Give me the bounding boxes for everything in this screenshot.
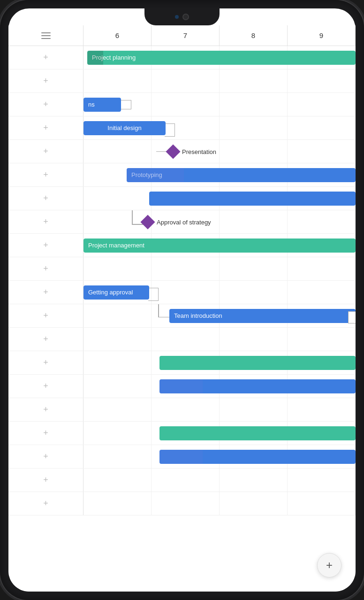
row-action[interactable]: + bbox=[8, 140, 83, 163]
add-task-button[interactable]: + bbox=[43, 76, 48, 86]
add-task-button[interactable]: + bbox=[43, 193, 48, 203]
add-task-button[interactable]: + bbox=[43, 334, 48, 344]
add-task-button[interactable]: + bbox=[43, 311, 48, 321]
add-task-button[interactable]: + bbox=[43, 264, 48, 274]
add-task-button[interactable]: + bbox=[43, 475, 48, 485]
cell bbox=[83, 445, 152, 468]
row-cells: Getting approval bbox=[83, 281, 356, 304]
gantt-bar-ns[interactable]: ns bbox=[83, 98, 121, 112]
cell bbox=[288, 257, 356, 280]
table-row: + bbox=[8, 398, 356, 422]
cell bbox=[152, 469, 220, 492]
add-task-button[interactable]: + bbox=[43, 100, 48, 109]
row-cells: Approval of strategy bbox=[83, 210, 356, 233]
gantt-bar-teal2[interactable] bbox=[159, 426, 356, 440]
table-row: + Project management bbox=[8, 234, 356, 257]
notch bbox=[144, 8, 220, 25]
gantt-bar-blue2[interactable] bbox=[159, 450, 356, 464]
add-task-button[interactable]: + bbox=[43, 287, 48, 297]
header-left bbox=[8, 25, 83, 46]
cell bbox=[83, 140, 152, 163]
row-cells bbox=[83, 375, 356, 398]
add-task-button[interactable]: + bbox=[43, 217, 48, 227]
add-task-button[interactable]: + bbox=[43, 146, 48, 156]
cell bbox=[83, 304, 152, 327]
add-task-button[interactable]: + bbox=[43, 381, 48, 391]
row-cells bbox=[83, 187, 356, 210]
cell bbox=[288, 93, 356, 116]
table-row: + bbox=[8, 492, 356, 515]
cell bbox=[152, 257, 220, 280]
row-cells: Presentation bbox=[83, 140, 356, 163]
row-action[interactable]: + bbox=[8, 398, 83, 421]
cell bbox=[152, 93, 220, 116]
gantt-bar-project-management[interactable]: Project management bbox=[83, 238, 356, 253]
row-action[interactable]: + bbox=[8, 422, 83, 445]
row-action[interactable]: + bbox=[8, 328, 83, 351]
row-action[interactable]: + bbox=[8, 281, 83, 304]
notch-sensor bbox=[175, 15, 179, 19]
gantt-bar-unnamed1[interactable] bbox=[149, 192, 356, 206]
add-task-button[interactable]: + bbox=[43, 452, 48, 462]
table-row: + bbox=[8, 69, 356, 93]
gantt-body: + Project planning bbox=[8, 46, 356, 592]
row-action[interactable]: + bbox=[8, 445, 83, 468]
row-action[interactable]: + bbox=[8, 234, 83, 257]
row-action[interactable]: + bbox=[8, 187, 83, 210]
gantt-bar-blue1[interactable] bbox=[159, 379, 356, 393]
row-cells: Project management bbox=[83, 234, 356, 257]
table-row: + Presentation bbox=[8, 140, 356, 163]
gantt-bar-prototyping[interactable]: Prototyping bbox=[127, 168, 356, 182]
cell bbox=[288, 328, 356, 351]
gantt-bar-project-planning[interactable]: Project planning bbox=[87, 51, 356, 65]
row-action[interactable]: + bbox=[8, 351, 83, 374]
row-cells bbox=[83, 422, 356, 445]
row-action[interactable]: + bbox=[8, 163, 83, 186]
gantt-bar-getting-approval[interactable]: Getting approval bbox=[83, 285, 149, 300]
add-task-button[interactable]: + bbox=[43, 53, 48, 62]
row-action[interactable]: + bbox=[8, 46, 83, 69]
cell bbox=[288, 281, 356, 304]
row-action[interactable]: + bbox=[8, 257, 83, 280]
add-task-button[interactable]: + bbox=[43, 405, 48, 415]
cell bbox=[220, 398, 288, 421]
header-col-9: 9 bbox=[288, 25, 356, 46]
fab-add-button[interactable]: + bbox=[317, 553, 341, 577]
table-row: + Approval of strategy bbox=[8, 210, 356, 234]
row-action[interactable]: + bbox=[8, 69, 83, 92]
table-row: + bbox=[8, 351, 356, 375]
row-action[interactable]: + bbox=[8, 492, 83, 515]
row-cells bbox=[83, 445, 356, 468]
cell bbox=[288, 116, 356, 139]
row-action[interactable]: + bbox=[8, 116, 83, 139]
row-cells bbox=[83, 69, 356, 92]
row-action[interactable]: + bbox=[8, 469, 83, 492]
phone-frame: 6 7 8 9 + bbox=[0, 0, 364, 600]
header-col-6: 6 bbox=[83, 25, 152, 46]
gantt-bar-team-introduction[interactable]: Team introduction bbox=[169, 309, 356, 323]
add-task-button[interactable]: + bbox=[43, 123, 48, 133]
row-action[interactable]: + bbox=[8, 304, 83, 327]
cell bbox=[83, 422, 152, 445]
cell bbox=[220, 69, 288, 92]
row-cells: Team introduction bbox=[83, 304, 356, 327]
add-task-button[interactable]: + bbox=[43, 428, 48, 438]
gantt-bar-teal1[interactable] bbox=[159, 356, 356, 370]
gantt-bar-initial-design[interactable]: Initial design bbox=[83, 121, 166, 135]
menu-icon[interactable] bbox=[41, 32, 51, 39]
add-task-button[interactable]: + bbox=[43, 240, 48, 250]
add-task-button[interactable]: + bbox=[43, 499, 48, 508]
cell bbox=[288, 69, 356, 92]
add-task-button[interactable]: + bbox=[43, 170, 48, 180]
table-row: + Project planning bbox=[8, 46, 356, 69]
row-action[interactable]: + bbox=[8, 210, 83, 233]
cell bbox=[83, 398, 152, 421]
table-row: + Getting approval bbox=[8, 281, 356, 304]
add-task-button[interactable]: + bbox=[43, 358, 48, 368]
table-row: + Prototyping bbox=[8, 163, 356, 187]
row-action[interactable]: + bbox=[8, 93, 83, 116]
row-action[interactable]: + bbox=[8, 375, 83, 398]
table-row: + bbox=[8, 422, 356, 445]
gantt-header: 6 7 8 9 bbox=[8, 25, 356, 46]
cell bbox=[220, 281, 288, 304]
